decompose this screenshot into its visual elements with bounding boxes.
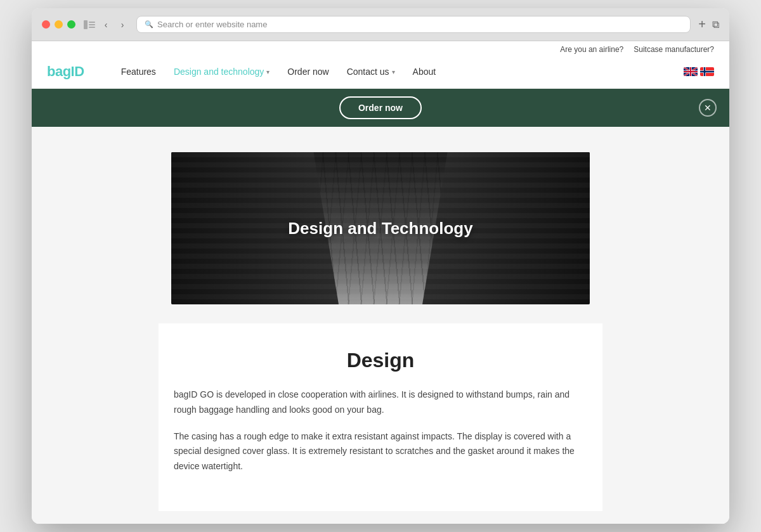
- language-flags: [684, 67, 714, 76]
- chevron-down-icon: ▾: [266, 68, 270, 75]
- address-placeholder: Search or enter website name: [157, 20, 267, 29]
- maximize-button[interactable]: [67, 20, 75, 29]
- minimize-button[interactable]: [55, 20, 63, 29]
- browser-titlebar: ‹ › 🔍 Search or enter website name + ⧉: [32, 8, 729, 41]
- banner-close-button[interactable]: ✕: [699, 99, 717, 117]
- nav-links: Features Design and technology ▾ Order n…: [115, 63, 663, 81]
- nav-item-order[interactable]: Order now: [281, 63, 335, 81]
- search-icon: 🔍: [145, 20, 153, 29]
- forward-button[interactable]: ›: [116, 18, 129, 31]
- flag-uk[interactable]: [684, 67, 698, 76]
- address-bar[interactable]: 🔍 Search or enter website name: [136, 16, 691, 33]
- nav-item-about[interactable]: About: [407, 63, 443, 81]
- content-paragraph-1: bagID GO is developed in close cooperati…: [174, 387, 587, 418]
- chevron-down-icon-contact: ▾: [392, 68, 395, 75]
- order-now-banner-button[interactable]: Order now: [339, 96, 422, 119]
- order-banner: Order now ✕: [32, 89, 729, 127]
- content-area: Design bagID GO is developed in close co…: [159, 323, 602, 511]
- section-heading: Design: [174, 349, 587, 372]
- content-paragraph-2: The casing has a rough edge to make it e…: [174, 429, 587, 474]
- svg-rect-0: [84, 20, 88, 29]
- sidebar-toggle-button[interactable]: [83, 18, 96, 31]
- browser-controls: ‹ ›: [83, 18, 129, 31]
- manufacturer-link[interactable]: Suitcase manufacturer?: [634, 45, 714, 54]
- svg-rect-2: [89, 24, 95, 25]
- flag-norway[interactable]: [700, 67, 714, 76]
- nav-item-design[interactable]: Design and technology ▾: [167, 63, 276, 81]
- airline-link[interactable]: Are you an airline?: [560, 45, 623, 54]
- traffic-lights: [42, 20, 75, 29]
- utility-bar: Are you an airline? Suitcase manufacture…: [32, 41, 729, 58]
- browser-actions: + ⧉: [698, 17, 719, 32]
- website-content: Are you an airline? Suitcase manufacture…: [32, 41, 729, 524]
- main-navigation: bagID Features Design and technology ▾ O…: [32, 58, 729, 89]
- close-button[interactable]: [42, 20, 50, 29]
- site-logo[interactable]: bagID: [47, 63, 84, 80]
- hero-image: Design and Technology: [171, 152, 590, 304]
- browser-window: ‹ › 🔍 Search or enter website name + ⧉ A…: [32, 8, 729, 524]
- svg-rect-3: [89, 27, 95, 28]
- back-button[interactable]: ‹: [100, 18, 112, 31]
- windows-button[interactable]: ⧉: [712, 19, 719, 30]
- nav-item-features[interactable]: Features: [115, 63, 162, 81]
- nav-item-contact[interactable]: Contact us ▾: [341, 63, 401, 81]
- new-tab-button[interactable]: +: [698, 17, 706, 32]
- svg-rect-1: [89, 22, 95, 23]
- hero-title: Design and Technology: [171, 152, 590, 304]
